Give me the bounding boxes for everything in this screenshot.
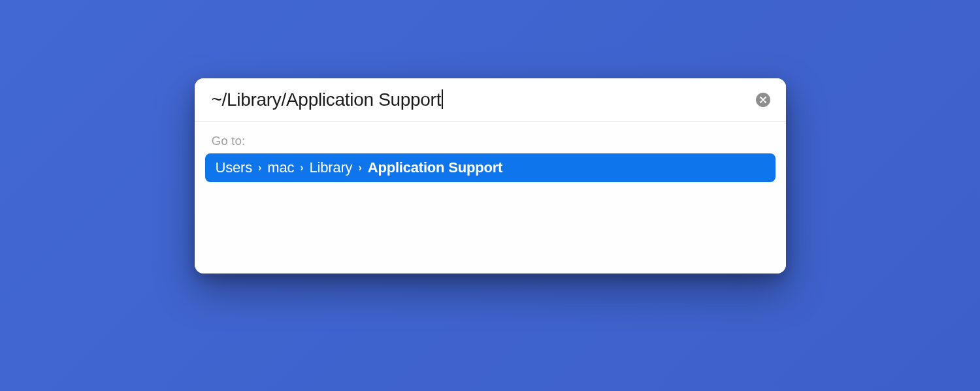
breadcrumb-segment: Users (216, 159, 252, 176)
breadcrumb-segment: Application Support (368, 159, 502, 176)
close-icon (760, 97, 766, 103)
go-to-folder-dialog: ~/Library/Application Support Go to: Use… (195, 78, 786, 274)
chevron-right-icon: › (258, 162, 261, 174)
clear-input-button[interactable] (756, 93, 770, 107)
path-input-row: ~/Library/Application Support (195, 78, 786, 122)
chevron-right-icon: › (358, 162, 361, 174)
result-row[interactable]: Users › mac › Library › Application Supp… (205, 153, 776, 182)
chevron-right-icon: › (300, 162, 303, 174)
path-input-text: ~/Library/Application Support (212, 89, 442, 110)
text-cursor (442, 89, 443, 109)
goto-label: Go to: (212, 134, 776, 148)
path-input[interactable]: ~/Library/Application Support (212, 89, 748, 110)
results-section: Go to: Users › mac › Library › Applicati… (195, 122, 786, 274)
breadcrumb-segment: Library (310, 159, 353, 176)
breadcrumb-segment: mac (267, 159, 294, 176)
